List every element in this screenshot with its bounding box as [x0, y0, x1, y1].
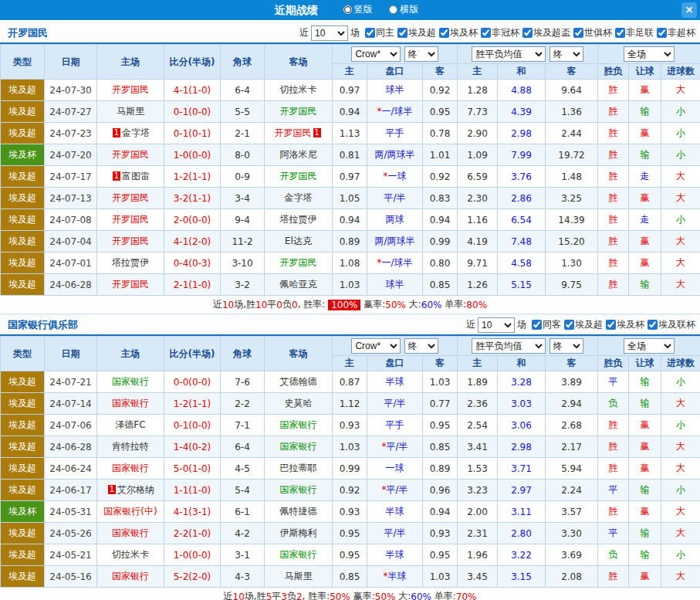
avg-stage-select[interactable]: 终	[550, 338, 583, 354]
filter-checkbox-input[interactable]	[564, 320, 574, 330]
avg-odds-away: 3.89	[546, 371, 598, 393]
filter-checkbox-input[interactable]	[657, 28, 667, 38]
layout-radio-horizontal[interactable]: 横版	[389, 3, 418, 16]
filter-checkbox[interactable]: 非超杯	[657, 26, 695, 39]
red-card-badge: 1	[108, 485, 116, 494]
filter-checkbox-input[interactable]	[573, 28, 583, 38]
match-date: 24-07-21	[45, 371, 97, 393]
odds-stage-select[interactable]: 终	[404, 338, 438, 354]
home-team-name: 国家银行	[112, 463, 149, 473]
corners: 8-0	[221, 144, 265, 166]
avg-odds-away: 19.72	[546, 144, 598, 166]
filter-checkbox-label: 非足联	[626, 26, 654, 39]
match-count-select[interactable]: 10	[478, 317, 515, 333]
filter-checkbox[interactable]: 非冠杯	[481, 26, 519, 39]
filter-checkbox-input[interactable]	[439, 28, 449, 38]
filter-checkboxes: 同客埃及超埃及杯埃及联杯	[529, 318, 695, 332]
near-label: 近	[466, 318, 475, 331]
filter-checkbox-input[interactable]	[606, 320, 616, 330]
filter-checkbox[interactable]: 埃及杯	[439, 26, 478, 39]
scope-select[interactable]: 全场	[624, 46, 675, 62]
filter-checkbox[interactable]: 埃及超	[397, 26, 436, 39]
asian-odds-home: 1.05	[333, 188, 367, 209]
layout-radio-horizontal-input[interactable]	[389, 5, 397, 14]
avg-type-select[interactable]: 胜平负均值	[472, 338, 546, 354]
result-goals: 大	[661, 436, 700, 458]
away-team-name: 金字塔	[285, 192, 313, 203]
avg-type-select[interactable]: 胜平负均值	[472, 46, 546, 62]
handicap-text: 球半	[386, 84, 404, 95]
filter-checkbox[interactable]: 埃及超	[564, 318, 603, 331]
filter-bar: 近 10 场 同主埃及超埃及杯非冠杯埃及超盃世俱杯非足联非超杯	[297, 25, 695, 41]
asian-odds-away: 0.93	[423, 523, 458, 544]
scope-select[interactable]: 全场	[624, 338, 675, 354]
summary-part: 3	[281, 592, 287, 600]
summary-part: 近	[213, 298, 222, 311]
filter-checkbox-input[interactable]	[365, 28, 375, 38]
bookmaker-select[interactable]: Crow*	[351, 46, 401, 62]
away-team-name: 佩特捷德	[280, 506, 317, 517]
col-avg-home: 主	[458, 64, 498, 80]
score: 0-4(0-3)	[164, 253, 221, 274]
away-team-name: 艾德翰德	[280, 376, 317, 387]
col-avg-draw: 和	[498, 64, 546, 80]
score: 1-1(1-0)	[164, 480, 221, 501]
avg-odds-away: 2.08	[546, 566, 598, 588]
filter-checkbox[interactable]: 埃及超盃	[522, 26, 570, 39]
home-team: 塔拉贾伊	[97, 253, 164, 274]
col-odds-handicap: 盘口	[367, 64, 423, 80]
col-odds-home: 主	[333, 64, 367, 80]
filter-checkbox[interactable]: 埃及联杯	[648, 318, 695, 331]
col-odds-handicap: 盘口	[367, 356, 423, 371]
table-row: 埃及超 24-06-17 1艾尔格纳 1-1(1-0) 5-4 国家银行 0.9…	[1, 480, 700, 501]
col-home: 主场	[97, 45, 164, 80]
score: 0-1(0-0)	[164, 101, 221, 123]
asian-odds-away: 1.03	[423, 566, 458, 588]
filter-checkbox-label: 世俱杯	[584, 26, 612, 39]
filter-checkbox[interactable]: 同主	[365, 26, 394, 39]
filter-checkbox-input[interactable]	[522, 28, 533, 38]
avg-stage-select[interactable]: 终	[550, 46, 583, 62]
col-score: 比分(半场)	[164, 45, 221, 80]
filter-checkbox[interactable]: 非足联	[615, 26, 654, 39]
summary-part: 10	[222, 300, 234, 310]
summary-part: 0	[276, 300, 282, 310]
handicap-text: 平/半	[384, 192, 405, 203]
score: 1-4(0-2)	[164, 436, 221, 458]
filter-checkbox[interactable]: 世俱杯	[573, 26, 612, 39]
filter-checkbox-input[interactable]	[397, 28, 407, 38]
close-button[interactable]: ✕	[681, 2, 697, 18]
filter-checkbox-label: 同主	[376, 26, 394, 39]
odds-stage-select[interactable]: 终	[404, 46, 438, 62]
summary-part: 0	[292, 300, 298, 310]
avg-odds-away: 3.25	[546, 188, 598, 209]
handicap-text: 一球	[386, 463, 404, 473]
handicap-text: 平/半	[386, 441, 407, 452]
filter-checkbox[interactable]: 埃及杯	[606, 318, 644, 331]
corners: 3-4	[221, 188, 265, 209]
away-team-name: 塔拉贾伊	[280, 214, 317, 225]
result-goals: 大	[661, 458, 700, 480]
avg-odds-away: 1.36	[546, 101, 598, 123]
result-wdl: 平	[598, 523, 629, 544]
filter-checkbox-input[interactable]	[615, 28, 625, 38]
score: 5-0(1-0)	[164, 458, 221, 480]
match-type: 埃及超	[1, 166, 45, 188]
layout-radio-vertical[interactable]: 竖版	[343, 3, 373, 16]
table-row: 埃及超 24-05-16 国家银行 5-2(2-0) 4-3 马斯里 0.85 …	[1, 566, 700, 588]
summary-part: 2	[296, 592, 303, 600]
filter-checkbox-input[interactable]	[481, 28, 491, 38]
avg-odds-draw: 3.11	[498, 501, 546, 523]
home-team-name: 国家银行	[112, 571, 149, 581]
match-date: 24-07-04	[45, 231, 97, 253]
filter-checkbox[interactable]: 同客	[532, 318, 561, 331]
layout-radio-vertical-input[interactable]	[343, 5, 352, 14]
summary-part: 50%	[375, 592, 396, 600]
match-count-select[interactable]: 10	[311, 25, 348, 41]
filter-checkbox-input[interactable]	[648, 320, 658, 330]
bookmaker-select[interactable]: Crow*	[351, 338, 401, 354]
avg-odds-away: 2.17	[546, 436, 598, 458]
filter-checkbox-label: 埃及超	[575, 318, 603, 331]
asian-odds-home: 0.97	[333, 166, 367, 188]
filter-checkbox-input[interactable]	[532, 320, 542, 330]
